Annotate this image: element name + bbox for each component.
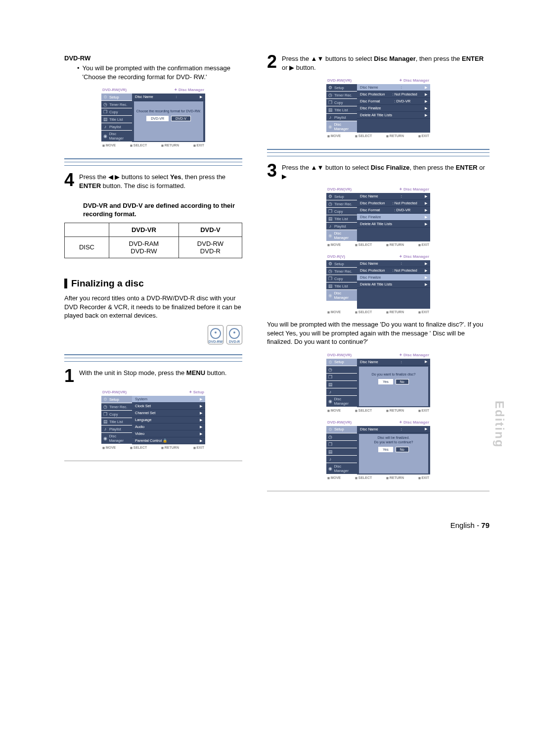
osd-btn-yes[interactable]: Yes xyxy=(378,447,393,452)
osd-row-clock[interactable]: Clock Set▶ xyxy=(132,403,205,410)
osd-row-discname[interactable]: Disc Name:▶ xyxy=(357,84,430,91)
osd-side-timer[interactable]: ◷Timer Rec. xyxy=(101,403,132,410)
finalize-prompt-text: You will be prompted with the message 'D… xyxy=(267,320,490,346)
step-4: 4 Press the ◀ ▶ buttons to select Yes, t… xyxy=(64,173,242,190)
osd-side-titlelist[interactable]: ▤Title List xyxy=(101,418,132,425)
cell-dvdvr-discs: DVD-RAMDVD-RW xyxy=(109,236,178,258)
osd-media-label: DVD-RW(VR) xyxy=(102,88,127,92)
osd-media-label: DVD-RW(VR) xyxy=(102,390,127,394)
osd-btn-dvdv[interactable]: DVD-V xyxy=(171,116,191,121)
step-3: 3 Press the ▲▼ button to select Disc Fin… xyxy=(267,163,490,181)
finalize-section-title: Finalizing a disc xyxy=(64,278,242,289)
osd-side-playlist[interactable]: ♪Playlist xyxy=(101,123,132,130)
step-number-4: 4 xyxy=(64,173,74,190)
right-column: 2 Press the ▲▼ buttons to select Disc Ma… xyxy=(267,54,490,501)
col-dvdv: DVD-V xyxy=(178,223,242,236)
osd-side-copy[interactable]: ❐Copy xyxy=(101,411,132,418)
osd-dm-v-finalize: DVD-R(V) ✦ Disc Manager ⚙Setup ◷Timer Re… xyxy=(326,253,430,315)
osd-continue-line1: Disc will be finalized. xyxy=(361,436,426,439)
copy-icon: ❐ xyxy=(103,109,108,114)
osd-row-format[interactable]: Disc Format: DVD-VR▶ xyxy=(357,98,430,105)
step-number-2: 2 xyxy=(267,54,277,72)
osd-breadcrumb: ✦ Disc Manager xyxy=(174,88,204,92)
row-disc-label: DISC xyxy=(65,236,109,258)
list-icon: ▤ xyxy=(103,117,108,122)
dvdrw-bullet-text: You will be prompted with the confirmati… xyxy=(83,64,242,81)
finalize-title-text: Finalizing a disc xyxy=(71,278,144,289)
osd-format-popup: Choose the recording format for DVD-RW. … xyxy=(134,101,203,141)
divider-blue-2 xyxy=(64,354,242,362)
osd-foot-move: MOVE xyxy=(102,143,116,147)
osd-btn-yes[interactable]: Yes xyxy=(378,379,393,384)
disc-icon: ◉ xyxy=(103,134,107,139)
step-number-3: 3 xyxy=(267,163,277,181)
divider-thin-r xyxy=(267,491,490,491)
osd-row-system[interactable]: System▶ xyxy=(132,396,205,403)
osd-side-playlist[interactable]: ♪Playlist xyxy=(101,425,132,432)
osd-finalize-msg: Do you want to finalize disc? xyxy=(361,373,426,376)
section-tab-editing: Editing xyxy=(492,401,506,448)
left-column: DVD-RW • You will be prompted with the c… xyxy=(64,54,242,501)
osd-dm-vr-finalize: DVD-RW(VR) ✦ Disc Manager ⚙Setup ◷Timer … xyxy=(326,186,430,248)
step-number-1: 1 xyxy=(64,369,74,384)
osd-btn-no[interactable]: No xyxy=(396,447,409,452)
osd-finalize-continue: DVD-RW(VR) ✦ Disc Manager ⚙Setup ◷ ❐ ▤ ♪… xyxy=(326,419,430,481)
osd-btn-dvdvr[interactable]: DVD-VR xyxy=(146,116,169,121)
osd-side-setup[interactable]: ⚙Setup xyxy=(101,396,132,403)
osd-foot-exit: EXIT xyxy=(193,143,204,147)
osd-side-timer[interactable]: ◷Timer Rec. xyxy=(101,101,132,108)
osd-disc-manager-full: DVD-RW(VR) ✦ Disc Manager ⚙Setup ◷Timer … xyxy=(326,77,430,139)
step-2: 2 Press the ▲▼ buttons to select Disc Ma… xyxy=(267,54,490,72)
osd-row-protection[interactable]: Disc Protection: Not Protected▶ xyxy=(357,91,430,98)
osd-side-setup[interactable]: ⚙Setup xyxy=(101,94,132,100)
osd-side-discmgr[interactable]: ◉Disc Manager xyxy=(101,433,132,444)
osd-side-discmgr[interactable]: ◉Disc Manager xyxy=(101,131,132,142)
format-definition-note: DVD-VR and DVD-V are defined according t… xyxy=(83,202,242,219)
finalize-intro: After you record titles onto a DVD-RW/DV… xyxy=(64,294,242,320)
page-footer: English - 79 xyxy=(64,521,490,529)
cell-dvdv-discs: DVD-RWDVD-R xyxy=(178,236,242,258)
osd-row-finalize[interactable]: Disc Finalize▶ xyxy=(357,105,430,112)
osd-finalize-confirm: DVD-RW(VR) ✦ Disc Manager ⚙Setup ◷ ❐ ▤ ♪… xyxy=(326,351,430,414)
osd-foot-select: SELECT xyxy=(130,143,147,147)
col-dvdvr: DVD-VR xyxy=(109,223,178,236)
osd-row-language[interactable]: Language▶ xyxy=(132,417,205,424)
disc-format-table: DVD-VR DVD-V DISC DVD-RAMDVD-RW DVD-RWDV… xyxy=(64,223,242,258)
clock-icon: ◷ xyxy=(103,102,108,107)
bullet-icon: • xyxy=(77,64,80,81)
osd-row-audio[interactable]: Audio▶ xyxy=(132,424,205,430)
osd-popup-msg: Choose the recording format for DVD-RW. xyxy=(136,109,201,113)
playlist-icon: ♪ xyxy=(103,124,108,129)
dvdrw-heading: DVD-RW xyxy=(64,54,242,62)
section-bar-icon xyxy=(64,279,67,288)
divider-blue xyxy=(64,158,242,166)
osd-side-copy[interactable]: ❐Copy xyxy=(101,108,132,115)
osd-row-parental[interactable]: Parental Control 🔒▶ xyxy=(132,437,205,444)
divider-blue-r1 xyxy=(267,149,490,156)
osd-foot-return: RETURN xyxy=(161,143,179,147)
osd-side-titlelist[interactable]: ▤Title List xyxy=(101,116,132,123)
osd-row-video[interactable]: Video▶ xyxy=(132,430,205,437)
step-1: 1 With the unit in Stop mode, press the … xyxy=(64,369,242,384)
osd-choose-format: DVD-RW(VR) ✦ Disc Manager ⚙Setup ◷Timer … xyxy=(101,86,205,148)
osd-row-delete[interactable]: Delete All Title Lists▶ xyxy=(357,112,430,119)
osd-setup-menu: DVD-RW(VR) ✦ Setup ⚙Setup ◷Timer Rec. ❐C… xyxy=(101,388,205,451)
osd-btn-no[interactable]: No xyxy=(396,379,409,384)
divider-thin xyxy=(64,461,242,461)
disc-type-icon-rw: DVD-RW xyxy=(208,325,223,344)
osd-row-channel[interactable]: Channel Set▶ xyxy=(132,410,205,417)
disc-type-icon-r: DVD-R xyxy=(226,325,242,344)
osd-breadcrumb: ✦ Setup xyxy=(189,390,204,394)
osd-continue-line2: Do you want to continue? xyxy=(361,440,426,444)
gear-icon: ⚙ xyxy=(103,94,108,99)
